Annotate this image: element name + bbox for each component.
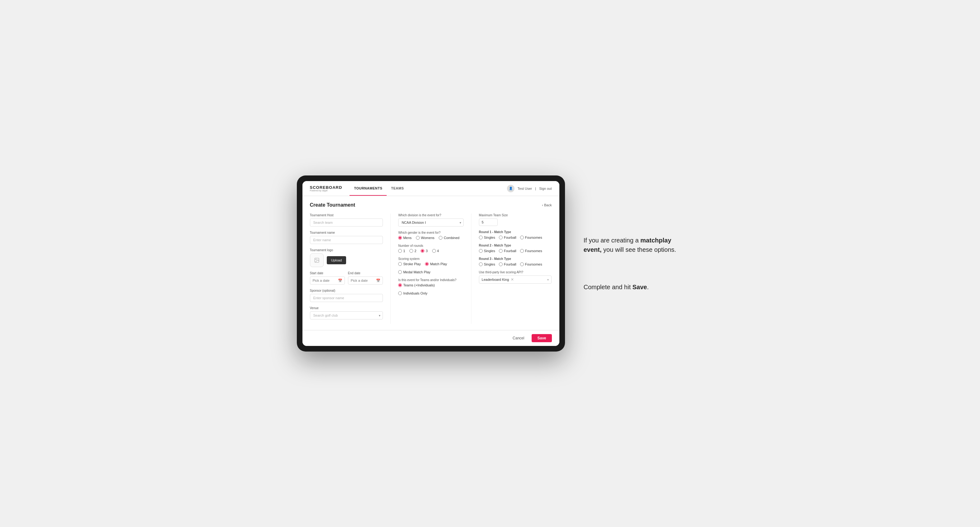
sign-out-link[interactable]: Sign out: [539, 187, 552, 190]
round3-fourball-label: Fourball: [504, 262, 516, 266]
round3-singles-option[interactable]: Singles: [479, 262, 495, 266]
gender-combined-radio[interactable]: [439, 236, 442, 240]
gender-mens-radio[interactable]: [398, 236, 402, 240]
round1-match-section: Round 1 - Match Type Singles Fourball: [479, 230, 552, 239]
round2-foursomes-radio[interactable]: [520, 249, 524, 253]
cancel-button[interactable]: Cancel: [508, 334, 528, 342]
middle-column: Which division is the event for? NCAA Di…: [390, 213, 471, 324]
rounds-3-option[interactable]: 3: [421, 249, 428, 253]
round1-radio-group: Singles Fourball Foursomes: [479, 236, 552, 239]
event-for-teams-radio[interactable]: [398, 283, 402, 287]
gender-womens-option[interactable]: Womens: [416, 236, 434, 240]
round3-singles-radio[interactable]: [479, 262, 483, 266]
scoring-stroke-radio[interactable]: [398, 262, 402, 266]
logo-upload-area: Upload: [310, 253, 383, 267]
round3-fourball-option[interactable]: Fourball: [499, 262, 516, 266]
rounds-radio-group: 1 2 3: [398, 249, 464, 253]
round1-singles-option[interactable]: Singles: [479, 236, 495, 239]
api-tag-remove[interactable]: ✕: [511, 277, 514, 282]
sponsor-input[interactable]: [310, 294, 383, 302]
venue-group: Venue: [310, 306, 383, 319]
round2-label: Round 2 - Match Type: [479, 244, 552, 247]
round2-singles-radio[interactable]: [479, 249, 483, 253]
api-tag-value: Leaderboard King: [482, 278, 509, 281]
gender-mens-label: Mens: [403, 236, 412, 240]
upload-button[interactable]: Upload: [327, 256, 347, 264]
right-column: Maximum Team Size Round 1 - Match Type S…: [471, 213, 552, 324]
api-group: Use third-party live scoring API? Leader…: [479, 270, 552, 284]
rounds-4-option[interactable]: 4: [432, 249, 439, 253]
nav-link-tournaments[interactable]: TOURNAMENTS: [350, 181, 387, 196]
event-for-individuals-radio[interactable]: [398, 291, 402, 295]
round2-singles-option[interactable]: Singles: [479, 249, 495, 253]
scoring-match-radio[interactable]: [425, 262, 429, 266]
round3-foursomes-label: Foursomes: [525, 262, 542, 266]
round3-foursomes-radio[interactable]: [520, 262, 524, 266]
round1-fourball-radio[interactable]: [499, 236, 503, 239]
rounds-4-radio[interactable]: [432, 249, 436, 253]
rounds-2-label: 2: [414, 249, 416, 253]
round3-singles-label: Singles: [484, 262, 495, 266]
rounds-2-radio[interactable]: [409, 249, 413, 253]
back-link[interactable]: ‹ Back: [542, 203, 552, 207]
rounds-2-option[interactable]: 2: [409, 249, 416, 253]
event-for-teams-label: Teams (+Individuals): [403, 283, 435, 287]
event-for-group: Is this event for Teams and/or Individua…: [398, 278, 464, 295]
page-wrapper: SCOREBOARD Powered by clippit TOURNAMENT…: [272, 175, 708, 352]
rounds-group: Number of rounds 1 2: [398, 244, 464, 253]
scoring-medal-option[interactable]: Medal Match Play: [398, 270, 430, 274]
nav-separator: |: [535, 187, 536, 190]
round1-foursomes-option[interactable]: Foursomes: [520, 236, 542, 239]
page-title: Create Tournament: [310, 202, 355, 208]
scoring-match-option[interactable]: Match Play: [425, 262, 447, 266]
event-for-label: Is this event for Teams and/or Individua…: [398, 278, 464, 282]
round1-fourball-option[interactable]: Fourball: [499, 236, 516, 239]
gender-womens-radio[interactable]: [416, 236, 420, 240]
round1-foursomes-radio[interactable]: [520, 236, 524, 239]
tournament-name-label: Tournament name: [310, 231, 383, 234]
rounds-1-radio[interactable]: [398, 249, 402, 253]
rounds-3-radio[interactable]: [421, 249, 424, 253]
logo-sub: Powered by clippit: [310, 189, 342, 192]
round3-fourball-radio[interactable]: [499, 262, 503, 266]
round3-match-section: Round 3 - Match Type Singles Fourball: [479, 257, 552, 266]
tournament-name-input[interactable]: [310, 236, 383, 244]
gender-combined-label: Combined: [444, 236, 459, 240]
gender-combined-option[interactable]: Combined: [439, 236, 459, 240]
gender-radio-group: Mens Womens Combined: [398, 236, 464, 240]
round2-fourball-radio[interactable]: [499, 249, 503, 253]
round1-singles-label: Singles: [484, 236, 495, 239]
tournament-host-label: Tournament Host: [310, 213, 383, 217]
tournament-host-input[interactable]: [310, 219, 383, 227]
division-select[interactable]: NCAA Division I NCAA Division II NCAA Di…: [398, 219, 464, 227]
max-team-input[interactable]: [479, 219, 498, 226]
gender-mens-option[interactable]: Mens: [398, 236, 412, 240]
round1-label: Round 1 - Match Type: [479, 230, 552, 234]
nav-link-teams[interactable]: TEAMS: [387, 181, 408, 196]
round3-foursomes-option[interactable]: Foursomes: [520, 262, 542, 266]
rounds-4-label: 4: [437, 249, 439, 253]
calendar-icon-start: 📅: [338, 279, 342, 283]
calendar-icon-end: 📅: [376, 279, 380, 283]
nav-right: 👤 Test User | Sign out: [507, 185, 552, 192]
api-select-box[interactable]: Leaderboard King ✕ ▾: [479, 276, 552, 284]
form-footer: Cancel Save: [302, 330, 559, 346]
venue-input[interactable]: [310, 311, 383, 319]
event-for-teams-option[interactable]: Teams (+Individuals): [398, 283, 435, 287]
save-button[interactable]: Save: [531, 334, 552, 342]
nav-left: SCOREBOARD Powered by clippit TOURNAMENT…: [310, 181, 409, 196]
round2-foursomes-option[interactable]: Foursomes: [520, 249, 542, 253]
svg-point-1: [315, 259, 316, 260]
scoring-medal-radio[interactable]: [398, 270, 402, 274]
round1-singles-radio[interactable]: [479, 236, 483, 239]
left-column: Tournament Host Tournament name Tourname…: [310, 213, 391, 324]
scoring-stroke-option[interactable]: Stroke Play: [398, 262, 421, 266]
round2-foursomes-label: Foursomes: [525, 249, 542, 253]
logo-placeholder: [310, 253, 324, 267]
round2-fourball-option[interactable]: Fourball: [499, 249, 516, 253]
rounds-1-option[interactable]: 1: [398, 249, 405, 253]
form-layout: Tournament Host Tournament name Tourname…: [310, 213, 552, 324]
event-for-individuals-option[interactable]: Individuals Only: [398, 291, 428, 295]
division-label: Which division is the event for?: [398, 213, 464, 217]
rounds-label: Number of rounds: [398, 244, 464, 248]
